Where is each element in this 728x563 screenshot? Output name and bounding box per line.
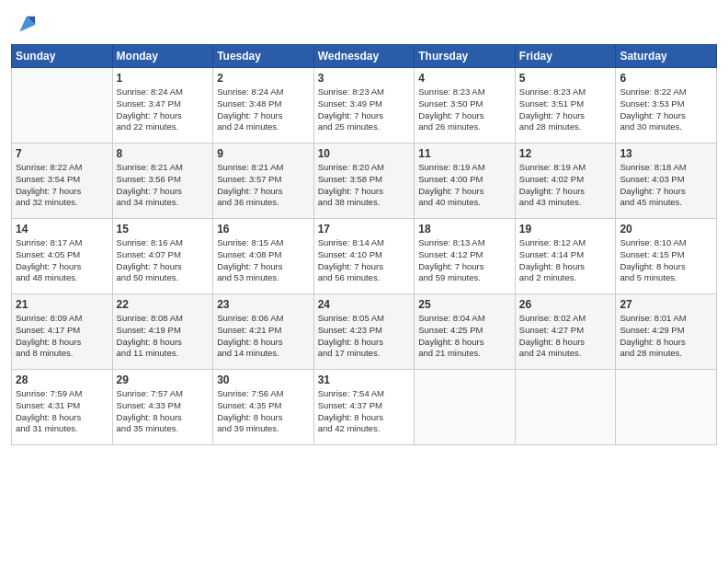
day-number: 21 (16, 298, 108, 311)
day-info: Sunrise: 8:17 AMSunset: 4:05 PMDaylight:… (16, 237, 108, 284)
day-number: 3 (318, 72, 411, 85)
day-info: Sunrise: 8:24 AMSunset: 3:48 PMDaylight:… (217, 86, 310, 133)
calendar-cell: 20Sunrise: 8:10 AMSunset: 4:15 PMDayligh… (616, 219, 717, 294)
calendar-cell: 30Sunrise: 7:56 AMSunset: 4:35 PMDayligh… (213, 370, 314, 445)
calendar-cell: 29Sunrise: 7:57 AMSunset: 4:33 PMDayligh… (112, 370, 213, 445)
calendar-cell (415, 370, 516, 445)
day-number: 19 (519, 223, 612, 236)
day-number: 14 (16, 223, 108, 236)
week-row-1: 7Sunrise: 8:22 AMSunset: 3:54 PMDaylight… (12, 144, 717, 219)
header-tuesday: Tuesday (213, 45, 314, 68)
day-info: Sunrise: 8:22 AMSunset: 3:53 PMDaylight:… (620, 86, 712, 133)
header-monday: Monday (112, 45, 213, 68)
day-number: 29 (117, 373, 210, 386)
day-number: 16 (217, 223, 310, 236)
day-number: 24 (318, 298, 411, 311)
day-info: Sunrise: 8:15 AMSunset: 4:08 PMDaylight:… (217, 237, 310, 284)
calendar-cell: 14Sunrise: 8:17 AMSunset: 4:05 PMDayligh… (12, 219, 113, 294)
calendar-cell: 16Sunrise: 8:15 AMSunset: 4:08 PMDayligh… (213, 219, 314, 294)
day-number: 17 (318, 223, 411, 236)
header-thursday: Thursday (415, 45, 516, 68)
calendar-cell (515, 370, 616, 445)
day-number: 22 (117, 298, 210, 311)
header-wednesday: Wednesday (313, 45, 415, 68)
day-info: Sunrise: 8:22 AMSunset: 3:54 PMDaylight:… (16, 162, 108, 209)
day-number: 18 (418, 223, 511, 236)
day-info: Sunrise: 8:18 AMSunset: 4:03 PMDaylight:… (620, 162, 712, 209)
calendar-cell: 12Sunrise: 8:19 AMSunset: 4:02 PMDayligh… (515, 144, 616, 219)
calendar-cell: 17Sunrise: 8:14 AMSunset: 4:10 PMDayligh… (313, 219, 415, 294)
day-number: 6 (620, 72, 712, 85)
day-info: Sunrise: 8:21 AMSunset: 3:56 PMDaylight:… (117, 162, 210, 209)
day-info: Sunrise: 8:23 AMSunset: 3:51 PMDaylight:… (519, 86, 612, 133)
calendar-header-row: SundayMondayTuesdayWednesdayThursdayFrid… (12, 45, 717, 68)
header-saturday: Saturday (616, 45, 717, 68)
day-number: 7 (16, 147, 108, 160)
day-info: Sunrise: 8:16 AMSunset: 4:07 PMDaylight:… (117, 237, 210, 284)
calendar-cell: 8Sunrise: 8:21 AMSunset: 3:56 PMDaylight… (112, 144, 213, 219)
day-number: 26 (519, 298, 612, 311)
day-info: Sunrise: 8:13 AMSunset: 4:12 PMDaylight:… (418, 237, 511, 284)
calendar-table: SundayMondayTuesdayWednesdayThursdayFrid… (11, 44, 717, 445)
calendar-cell: 24Sunrise: 8:05 AMSunset: 4:23 PMDayligh… (313, 294, 415, 370)
calendar-cell: 13Sunrise: 8:18 AMSunset: 4:03 PMDayligh… (616, 144, 717, 219)
day-info: Sunrise: 8:23 AMSunset: 3:50 PMDaylight:… (418, 86, 511, 133)
calendar-cell: 15Sunrise: 8:16 AMSunset: 4:07 PMDayligh… (112, 219, 213, 294)
day-number: 10 (318, 147, 411, 160)
day-number: 12 (519, 147, 612, 160)
day-info: Sunrise: 8:20 AMSunset: 3:58 PMDaylight:… (318, 162, 411, 209)
calendar-cell: 4Sunrise: 8:23 AMSunset: 3:50 PMDaylight… (415, 68, 516, 144)
calendar-cell: 9Sunrise: 8:21 AMSunset: 3:57 PMDaylight… (213, 144, 314, 219)
calendar-cell: 1Sunrise: 8:24 AMSunset: 3:47 PMDaylight… (112, 68, 213, 144)
calendar-cell: 31Sunrise: 7:54 AMSunset: 4:37 PMDayligh… (313, 370, 415, 445)
calendar-cell: 10Sunrise: 8:20 AMSunset: 3:58 PMDayligh… (313, 144, 415, 219)
week-row-4: 28Sunrise: 7:59 AMSunset: 4:31 PMDayligh… (12, 370, 717, 445)
day-info: Sunrise: 8:08 AMSunset: 4:19 PMDaylight:… (117, 313, 210, 360)
calendar-cell: 28Sunrise: 7:59 AMSunset: 4:31 PMDayligh… (12, 370, 113, 445)
day-number: 25 (418, 298, 511, 311)
day-info: Sunrise: 8:14 AMSunset: 4:10 PMDaylight:… (318, 237, 411, 284)
header-sunday: Sunday (12, 45, 113, 68)
day-info: Sunrise: 8:04 AMSunset: 4:25 PMDaylight:… (418, 313, 511, 360)
calendar-cell: 3Sunrise: 8:23 AMSunset: 3:49 PMDaylight… (313, 68, 415, 144)
calendar-cell: 18Sunrise: 8:13 AMSunset: 4:12 PMDayligh… (415, 219, 516, 294)
day-number: 9 (217, 147, 310, 160)
day-number: 1 (117, 72, 210, 85)
day-info: Sunrise: 8:23 AMSunset: 3:49 PMDaylight:… (318, 86, 411, 133)
calendar-cell (12, 68, 113, 144)
day-info: Sunrise: 8:05 AMSunset: 4:23 PMDaylight:… (318, 313, 411, 360)
day-info: Sunrise: 8:19 AMSunset: 4:00 PMDaylight:… (418, 162, 511, 209)
day-number: 15 (117, 223, 210, 236)
day-info: Sunrise: 7:59 AMSunset: 4:31 PMDaylight:… (16, 388, 108, 435)
calendar-cell: 11Sunrise: 8:19 AMSunset: 4:00 PMDayligh… (415, 144, 516, 219)
day-number: 5 (519, 72, 612, 85)
calendar-cell: 2Sunrise: 8:24 AMSunset: 3:48 PMDaylight… (213, 68, 314, 144)
day-info: Sunrise: 8:01 AMSunset: 4:29 PMDaylight:… (620, 313, 712, 360)
day-number: 31 (318, 373, 411, 386)
day-number: 2 (217, 72, 310, 85)
day-number: 30 (217, 373, 310, 386)
day-number: 8 (117, 147, 210, 160)
day-info: Sunrise: 7:57 AMSunset: 4:33 PMDaylight:… (117, 388, 210, 435)
calendar-cell: 5Sunrise: 8:23 AMSunset: 3:51 PMDaylight… (515, 68, 616, 144)
calendar-cell: 22Sunrise: 8:08 AMSunset: 4:19 PMDayligh… (112, 294, 213, 370)
header-friday: Friday (515, 45, 616, 68)
day-number: 11 (418, 147, 511, 160)
day-number: 23 (217, 298, 310, 311)
calendar-cell: 19Sunrise: 8:12 AMSunset: 4:14 PMDayligh… (515, 219, 616, 294)
day-info: Sunrise: 7:54 AMSunset: 4:37 PMDaylight:… (318, 388, 411, 435)
calendar-cell: 25Sunrise: 8:04 AMSunset: 4:25 PMDayligh… (415, 294, 516, 370)
day-info: Sunrise: 8:24 AMSunset: 3:47 PMDaylight:… (117, 86, 210, 133)
day-info: Sunrise: 8:12 AMSunset: 4:14 PMDaylight:… (519, 237, 612, 284)
day-info: Sunrise: 8:19 AMSunset: 4:02 PMDaylight:… (519, 162, 612, 209)
calendar-cell: 6Sunrise: 8:22 AMSunset: 3:53 PMDaylight… (616, 68, 717, 144)
week-row-0: 1Sunrise: 8:24 AMSunset: 3:47 PMDaylight… (12, 68, 717, 144)
calendar-cell (616, 370, 717, 445)
day-number: 27 (620, 298, 712, 311)
week-row-3: 21Sunrise: 8:09 AMSunset: 4:17 PMDayligh… (12, 294, 717, 370)
day-info: Sunrise: 8:10 AMSunset: 4:15 PMDaylight:… (620, 237, 712, 284)
logo (11, 13, 40, 39)
calendar-cell: 21Sunrise: 8:09 AMSunset: 4:17 PMDayligh… (12, 294, 113, 370)
calendar-cell: 7Sunrise: 8:22 AMSunset: 3:54 PMDaylight… (12, 144, 113, 219)
calendar-cell: 27Sunrise: 8:01 AMSunset: 4:29 PMDayligh… (616, 294, 717, 370)
